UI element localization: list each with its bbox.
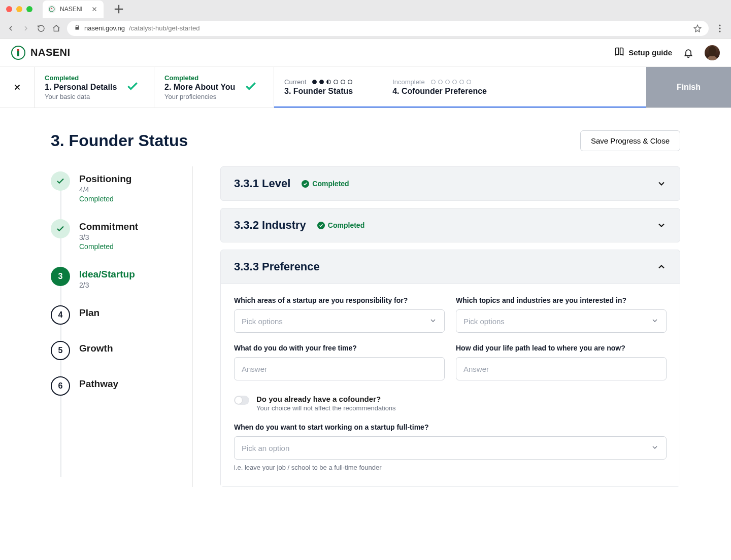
accordion-level[interactable]: 3.3.1 Level Completed bbox=[220, 166, 680, 201]
bookmark-icon[interactable] bbox=[693, 24, 702, 32]
toggle-label: Do you already have a cofounder? bbox=[256, 395, 396, 403]
step-title: 4. Cofounder Preference bbox=[392, 87, 487, 96]
bell-icon[interactable] bbox=[683, 48, 693, 58]
input-free-time[interactable] bbox=[234, 357, 445, 380]
section-state: Completed bbox=[79, 242, 138, 251]
step-status: Completed bbox=[164, 74, 235, 82]
progress-dots bbox=[431, 80, 471, 84]
browser-chrome: NASENI naseni.gov.ng/catalyst-hub/get-st… bbox=[0, 0, 731, 39]
completed-badge: Completed bbox=[302, 180, 349, 188]
page-title: 3. Founder Status bbox=[51, 131, 188, 150]
section-pathway[interactable]: 6 Pathway bbox=[51, 371, 192, 400]
section-count: 3/3 bbox=[79, 233, 138, 241]
stepper-close-button[interactable] bbox=[0, 67, 35, 108]
chevron-up-icon bbox=[656, 262, 667, 272]
select-start-fulltime[interactable]: Pick an option bbox=[234, 436, 667, 460]
lock-icon bbox=[74, 24, 80, 32]
browser-tab[interactable]: NASENI bbox=[43, 1, 104, 18]
step-subtitle: Your proficiencies bbox=[164, 93, 235, 100]
helper-text: i.e. leave your job / school to be a ful… bbox=[234, 464, 667, 471]
favicon bbox=[48, 5, 56, 13]
check-circle-icon bbox=[317, 222, 325, 229]
section-state: Completed bbox=[79, 195, 131, 203]
toggle-has-cofounder[interactable] bbox=[234, 396, 249, 405]
reload-icon[interactable] bbox=[37, 24, 46, 33]
setup-guide-link[interactable]: Setup guide bbox=[614, 47, 672, 58]
accordion-title: 3.3.3 Preference bbox=[234, 260, 320, 273]
step-founder-status[interactable]: Current 3. Founder Status Incomplete 4. … bbox=[274, 67, 646, 108]
section-label: Idea/Startup bbox=[79, 269, 135, 280]
section-positioning[interactable]: Positioning 4/4 Completed bbox=[51, 166, 192, 214]
logo-icon bbox=[11, 46, 25, 60]
book-icon bbox=[614, 47, 624, 58]
avatar[interactable] bbox=[705, 45, 720, 60]
accordion-title: 3.3.2 Industry bbox=[234, 219, 306, 232]
select-responsibility-areas[interactable]: Pick options bbox=[234, 309, 445, 333]
section-count: 4/4 bbox=[79, 186, 131, 194]
section-label: Commitment bbox=[79, 221, 138, 232]
accordion-industry[interactable]: 3.3.2 Industry Completed bbox=[220, 208, 680, 242]
step-status: Current bbox=[284, 78, 306, 86]
accordion-preference: 3.3.3 Preference Which areas of a startu… bbox=[220, 250, 680, 487]
select-interested-topics[interactable]: Pick options bbox=[456, 309, 667, 333]
step-number: 3 bbox=[51, 267, 70, 286]
window-controls[interactable] bbox=[6, 6, 32, 12]
input-life-path[interactable] bbox=[456, 357, 667, 380]
step-title: 2. More About You bbox=[164, 83, 235, 92]
new-tab-icon[interactable] bbox=[112, 2, 126, 16]
step-status: Incomplete bbox=[392, 78, 425, 86]
url-path: /catalyst-hub/get-started bbox=[129, 24, 200, 32]
section-label: Plan bbox=[79, 307, 99, 319]
close-tab-icon[interactable] bbox=[91, 6, 98, 13]
toggle-sublabel: Your choice will not affect the recommen… bbox=[256, 404, 396, 412]
stepper: Completed 1. Personal Details Your basic… bbox=[0, 67, 731, 108]
step-number: 6 bbox=[51, 376, 70, 396]
label-start-fulltime: When do you want to start working on a s… bbox=[234, 423, 667, 431]
address-bar[interactable]: naseni.gov.ng/catalyst-hub/get-started bbox=[67, 21, 709, 36]
step-title: 3. Founder Status bbox=[284, 87, 353, 96]
step-number: 4 bbox=[51, 305, 70, 325]
window-minimize[interactable] bbox=[16, 6, 22, 12]
window-maximize[interactable] bbox=[26, 6, 32, 12]
svg-point-1 bbox=[51, 8, 52, 9]
svg-point-0 bbox=[49, 7, 54, 12]
step-subtitle: Your basic data bbox=[45, 93, 117, 100]
finish-button[interactable]: Finish bbox=[646, 67, 731, 108]
accordion-preference-head[interactable]: 3.3.3 Preference bbox=[221, 250, 680, 284]
section-count: 2/3 bbox=[79, 281, 135, 289]
chevron-down-icon bbox=[651, 443, 659, 453]
label-interested-topics: Which topics and industries are you inte… bbox=[456, 296, 667, 304]
check-icon bbox=[51, 171, 70, 191]
section-commitment[interactable]: Commitment 3/3 Completed bbox=[51, 214, 192, 262]
chevron-down-icon bbox=[429, 317, 437, 326]
section-growth[interactable]: 5 Growth bbox=[51, 336, 192, 371]
app-header: NASENI Setup guide bbox=[0, 39, 731, 67]
save-progress-button[interactable]: Save Progress & Close bbox=[580, 130, 680, 151]
label-life-path: How did your life path lead to where you… bbox=[456, 344, 667, 352]
browser-menu-icon[interactable] bbox=[715, 24, 725, 32]
section-nav: Positioning 4/4 Completed Commitment 3/3… bbox=[51, 166, 193, 487]
forward-icon bbox=[21, 24, 30, 33]
brand-name: NASENI bbox=[30, 47, 71, 58]
svg-point-2 bbox=[719, 24, 720, 26]
chevron-down-icon bbox=[656, 179, 667, 189]
tab-title: NASENI bbox=[60, 6, 83, 13]
section-plan[interactable]: 4 Plan bbox=[51, 300, 192, 336]
check-icon bbox=[51, 219, 70, 238]
window-close[interactable] bbox=[6, 6, 12, 12]
home-icon[interactable] bbox=[52, 24, 61, 33]
back-icon[interactable] bbox=[6, 24, 15, 33]
svg-point-3 bbox=[719, 27, 720, 29]
setup-guide-label: Setup guide bbox=[628, 48, 672, 57]
step-personal-details[interactable]: Completed 1. Personal Details Your basic… bbox=[35, 67, 154, 108]
check-circle-icon bbox=[302, 180, 309, 188]
check-icon bbox=[244, 80, 257, 95]
step-more-about-you[interactable]: Completed 2. More About You Your profici… bbox=[154, 67, 274, 108]
label-responsibility-areas: Which areas of a startup are you respons… bbox=[234, 296, 445, 304]
section-idea-startup[interactable]: 3 Idea/Startup 2/3 bbox=[51, 262, 192, 300]
label-free-time: What do you do with your free time? bbox=[234, 344, 445, 352]
section-label: Positioning bbox=[79, 173, 131, 185]
brand-logo[interactable]: NASENI bbox=[11, 46, 71, 60]
accordion-title: 3.3.1 Level bbox=[234, 177, 290, 190]
svg-point-4 bbox=[719, 30, 720, 32]
